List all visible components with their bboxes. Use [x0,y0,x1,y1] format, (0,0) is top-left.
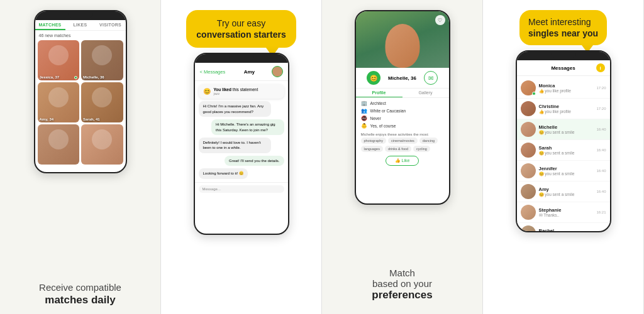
bubble-text1: Try our easy [196,18,286,29]
tag: languages [361,146,383,152]
match-card[interactable]: Sarah, 41 [81,82,123,122]
profile-photo: ♡ [356,11,449,68]
msg-avatar [521,80,536,95]
like-btn-row: 👍 Like [356,154,449,168]
tag: photography [361,138,387,144]
tab-matches[interactable]: MATCHES [35,20,65,30]
online-dot [532,92,536,95]
back-button[interactable]: < Messages [200,69,226,75]
chat-message: Definitely! I would love to. I haven't b… [199,138,272,153]
msg-avatar [521,143,536,158]
heart-icon[interactable]: ♡ [435,15,445,25]
profile-actions: 😊 Michelle, 36 ✉ [356,68,449,89]
smile-button[interactable]: 😊 [367,71,380,85]
msg-avatar [521,101,536,116]
notch [229,56,254,61]
bubble-text1: Meet interesting [528,16,598,28]
message-item[interactable]: Stephanie ✉ Thanks.. 16:21 [517,202,610,223]
tab-visitors[interactable]: VISITORS [96,20,126,30]
messages-title: Messages [531,65,596,71]
match-name: Amy, 34 [40,117,54,121]
caption-line1: Match [372,268,432,278]
starter-bold: You liked this statement [214,87,258,92]
ethnicity-text: White or Caucasian [370,109,406,113]
message-item[interactable]: Sarah 😊 you sent a smile 16:40 [517,140,610,161]
chat-message: Hi Michelle. There's an amazing gig this… [211,119,284,135]
tab-gallery[interactable]: Gallery [402,89,449,97]
msg-time: 16:40 [596,190,606,193]
tab-profile[interactable]: Profile [356,89,402,97]
bubble-text2: singles [528,28,558,38]
children-text: Yes, of course [370,124,396,128]
message-item[interactable]: Monica 👍 you like profile 17:20 [517,78,610,99]
notch [551,53,576,58]
online-indicator [74,76,77,79]
info-icon[interactable]: i [596,63,605,72]
matches-grid: Jessica, 37 Michelle, 36 Amy, 34 Sarah, … [35,39,126,167]
match-card[interactable]: Michelle, 36 [81,40,123,80]
tag: drinks & food [385,146,411,152]
speech-bubble2: Meet interesting singles near you [519,10,607,45]
msg-avatar [521,225,536,232]
msg-avatar [521,184,536,199]
match-card[interactable] [38,124,80,165]
msg-time: 16:40 [596,127,606,131]
message-item[interactable]: Amy 😊 you sent a smile 16:40 [517,181,610,202]
msg-avatar [521,122,536,137]
status-bar [35,11,126,20]
chat-title: Amy [244,69,255,75]
tag: dancing [419,138,438,144]
panel1-caption: Receive compatible matches daily [39,282,121,306]
profile-name: Michelle, 36 [388,75,416,81]
bubble-text2: conversation starters [196,29,286,40]
info-row: 🚭 Never [361,116,444,121]
msg-name: Michelle [539,124,594,130]
tag: cycling [413,146,430,152]
info-row: 🏢 Architect [361,100,444,106]
panel3-caption: Match based on your preferences [372,268,432,301]
message-item[interactable]: Jennifer 😊 you sent a smile 16:40 [517,161,610,181]
message-item[interactable]: Michelle 😊 you sent a smile 16:40 [517,119,610,140]
msg-content: Jennifer 😊 you sent a smile [539,166,594,176]
smoking-text: Never [370,116,381,121]
phone-tabs[interactable]: MATCHES LIKES VISITORS [35,20,126,31]
msg-time: 16:21 [596,210,606,214]
profile-tabs[interactable]: Profile Gallery [356,89,449,98]
msg-time: 15:08 [596,231,606,232]
phone-matches: MATCHES LIKES VISITORS 46 new matches Je… [34,10,127,173]
match-card[interactable]: Amy, 34 [38,82,80,122]
chat-header: < Messages Amy [195,63,288,81]
children-icon: 👶 [361,123,367,129]
chat-avatar [272,66,283,77]
phone-chat: < Messages Amy 😊 You liked this statemen… [194,53,289,235]
msg-content: Christine 👍 you like profile [539,104,594,114]
panel-messages: Meet interesting singles near you Messag… [483,0,644,314]
bubble-text4: near you [562,28,598,38]
matches-count: 46 new matches [35,31,126,39]
status-bar [195,54,288,63]
msg-content: Stephanie ✉ Thanks.. [539,207,594,218]
msg-content: Rachel 👍 you like profile [539,228,594,233]
msg-name: Jennifer [539,166,594,171]
msg-preview: 😊 you sent a smile [539,192,594,197]
conversation-starter[interactable]: 😊 You liked this statement jazz [199,84,284,99]
match-card[interactable] [81,124,123,165]
chat-input[interactable]: Message... [199,185,284,193]
like-button[interactable]: 👍 Like [386,156,419,166]
phone-profile: ♡ 😊 Michelle, 36 ✉ Profile Gallery 🏢 Arc… [355,10,450,205]
chat-input-bar: Message... [195,182,288,195]
msg-content: Amy 😊 you sent a smile [539,187,594,197]
message-button[interactable]: ✉ [424,71,438,85]
panel-matches: MATCHES LIKES VISITORS 46 new matches Je… [0,0,161,314]
tab-likes[interactable]: LIKES [65,20,96,30]
info-row: 👶 Yes, of course [361,123,444,129]
profile-face [385,24,419,68]
match-name: Michelle, 36 [83,75,104,79]
msg-name: Rachel [539,228,594,233]
message-item[interactable]: Christine 👍 you like profile 17:20 [517,99,610,119]
message-item[interactable]: Rachel 👍 you like profile 15:08 [517,223,610,232]
match-card[interactable]: Jessica, 37 [38,40,80,80]
msg-name: Sarah [539,145,594,151]
msg-preview: 😊 you sent a smile [539,151,594,156]
status-bar [517,51,610,60]
